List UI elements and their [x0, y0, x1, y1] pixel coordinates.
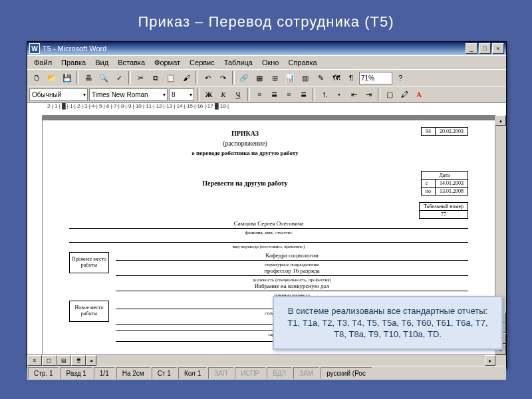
status-ext: ВДЛ — [267, 367, 292, 379]
menu-edit[interactable]: Правка — [57, 57, 90, 68]
doc-subject: о переводе работника на другую работу — [69, 150, 421, 156]
scroll-left-icon[interactable]: ◂ — [86, 355, 96, 366]
prev-dept: Кафедра социологии — [116, 252, 468, 259]
numbered-list-icon[interactable]: ⒈ — [318, 88, 331, 101]
font-color-icon[interactable]: A — [412, 88, 426, 101]
callout-line1: В системе реализованы все стандартные от… — [281, 305, 495, 317]
view-normal-icon[interactable]: ≡ — [27, 355, 42, 366]
bullet-list-icon[interactable]: • — [332, 88, 346, 101]
view-web-icon[interactable]: ▢ — [42, 355, 57, 366]
formatting-toolbar: Обычный Times New Roman 8 Ж К Ч ≡ ≣ ≡ ≣ … — [27, 86, 506, 102]
maximize-button[interactable]: □ — [479, 43, 491, 54]
bold-button[interactable]: Ж — [202, 88, 215, 101]
horizontal-scrollbar[interactable] — [96, 355, 485, 366]
horizontal-scrollbar-row: ≡ ▢ ▤ ≣ ◂ ▸ — [27, 354, 506, 366]
insert-table-icon[interactable]: ⊞ — [267, 70, 282, 85]
increase-indent-icon[interactable]: ⇥ — [362, 88, 375, 101]
underline-button[interactable]: Ч — [231, 88, 245, 101]
tab-number-table: Табельный номер 77 — [419, 202, 468, 219]
slide-title: Приказ – Перевод сотрудника (Т5) — [0, 0, 532, 37]
statusbar: Стр. 1 Разд 1 1/1 На 2см Ст 1 Кол 1 ЗАП … — [27, 366, 506, 380]
minimize-button[interactable]: _ — [466, 43, 477, 54]
link-icon[interactable]: 🔗 — [237, 70, 251, 85]
date-from: 14.01.2003 — [436, 180, 468, 188]
menu-help[interactable]: Справка — [284, 57, 321, 68]
menu-file[interactable]: Файл — [30, 57, 56, 68]
employee-fio: Самцова Сергея Олеговича — [69, 220, 468, 227]
close-button[interactable]: × — [492, 43, 504, 54]
italic-button[interactable]: К — [217, 88, 230, 101]
standard-toolbar: 🗋 📂 💾 🖶 🔍 ✓ ✂ ⧉ 📋 🖌 ↶ ↷ 🔗 ▦ ⊞ 📊 ▥ ✎ 🗺 ¶ … — [27, 69, 506, 86]
show-para-icon[interactable]: ¶ — [344, 70, 358, 85]
scroll-up-icon[interactable]: ▴ — [495, 115, 506, 126]
excel-icon[interactable]: 📊 — [283, 70, 297, 85]
docmap-icon[interactable]: 🗺 — [329, 70, 343, 85]
save-icon[interactable]: 💾 — [60, 70, 74, 85]
copy-icon[interactable]: ⧉ — [148, 70, 163, 85]
paste-icon[interactable]: 📋 — [164, 70, 178, 85]
date-range-table: Дата с14.01.2003 по13.01.2008 — [421, 171, 468, 196]
tab-number: 77 — [419, 211, 467, 219]
justify-icon[interactable]: ≣ — [297, 88, 310, 101]
menu-view[interactable]: Вид — [91, 57, 112, 68]
status-at: На 2см — [116, 367, 150, 379]
undo-icon[interactable]: ↶ — [200, 70, 215, 85]
align-center-icon[interactable]: ≣ — [267, 88, 281, 101]
date-to: 13.01.2008 — [436, 188, 468, 196]
help-icon[interactable]: ? — [393, 70, 408, 85]
status-line: Ст 1 — [152, 367, 177, 379]
order-date: 20.02.2003 — [436, 128, 468, 136]
align-left-icon[interactable]: ≡ — [253, 88, 266, 101]
scroll-right-icon[interactable]: ▸ — [485, 355, 495, 366]
menu-window[interactable]: Окно — [258, 57, 283, 68]
info-callout: В системе реализованы все стандартные от… — [273, 296, 503, 350]
spell-icon[interactable]: ✓ — [112, 70, 126, 85]
print-icon[interactable]: 🖶 — [81, 70, 96, 85]
transfer-reason: Избрание на конкурсную дол — [116, 283, 468, 289]
tables-borders-icon[interactable]: ▦ — [252, 70, 267, 85]
window-title: Т5 - Microsoft Word — [43, 45, 106, 53]
highlight-icon[interactable]: 🖍 — [398, 88, 411, 101]
view-print-icon[interactable]: ▤ — [57, 355, 71, 366]
date-header: Дата — [421, 172, 467, 180]
status-ovr: ЗАМ — [293, 367, 319, 379]
menu-table[interactable]: Таблица — [220, 57, 257, 68]
zoom-combo[interactable]: 71% — [359, 72, 392, 84]
borders-icon[interactable]: ▢ — [383, 88, 396, 101]
decrease-indent-icon[interactable]: ⇤ — [347, 88, 360, 101]
columns-icon[interactable]: ▥ — [298, 70, 313, 85]
drawing-icon[interactable]: ✎ — [313, 70, 328, 85]
menu-tools[interactable]: Сервис — [186, 57, 219, 68]
status-lang: русский (Рос — [321, 367, 372, 379]
redo-icon[interactable]: ↷ — [215, 70, 230, 85]
open-icon[interactable]: 📂 — [45, 70, 59, 85]
preview-icon[interactable]: 🔍 — [96, 70, 111, 85]
callout-line2: Т1, Т1а, Т2, Т3, Т4, Т5, Т5а, Т6, Т60, Т… — [281, 317, 495, 340]
view-outline-icon[interactable]: ≣ — [71, 355, 86, 366]
titlebar: W Т5 - Microsoft Word _ □ × — [27, 42, 506, 55]
status-trk: ИСПР — [235, 367, 265, 379]
status-rec: ЗАП — [208, 367, 233, 379]
status-section: Разд 1 — [60, 367, 92, 379]
vertical-ruler[interactable] — [27, 115, 43, 354]
status-page: Стр. 1 — [28, 367, 59, 379]
horizontal-ruler[interactable]: 2·|·1·|·█·|·1·|·2·|·3·|·4·|·5·|·6·|·7·|·… — [27, 102, 506, 115]
doc-title: ПРИКАЗ — [69, 130, 421, 137]
size-combo[interactable]: 8 — [169, 88, 194, 101]
new-doc-icon[interactable]: 🗋 — [29, 70, 44, 85]
font-combo[interactable]: Times New Roman — [89, 88, 168, 101]
word-icon: W — [29, 43, 40, 54]
order-num-table: 9420.02.2003 — [421, 127, 468, 136]
format-painter-icon[interactable]: 🖌 — [179, 70, 194, 85]
menu-format[interactable]: Формат — [150, 57, 184, 68]
style-combo[interactable]: Обычный — [29, 88, 88, 101]
status-col: Кол 1 — [178, 367, 207, 379]
align-right-icon[interactable]: ≡ — [282, 88, 295, 101]
menubar: Файл Правка Вид Вставка Формат Сервис Та… — [27, 55, 506, 69]
order-number: 94 — [422, 128, 436, 136]
cut-icon[interactable]: ✂ — [133, 70, 148, 85]
doc-action: Перевести на другую работу — [69, 180, 421, 187]
prev-position: профессор 16 разряда — [116, 267, 468, 274]
status-pages: 1/1 — [94, 367, 115, 379]
menu-insert[interactable]: Вставка — [114, 57, 149, 68]
